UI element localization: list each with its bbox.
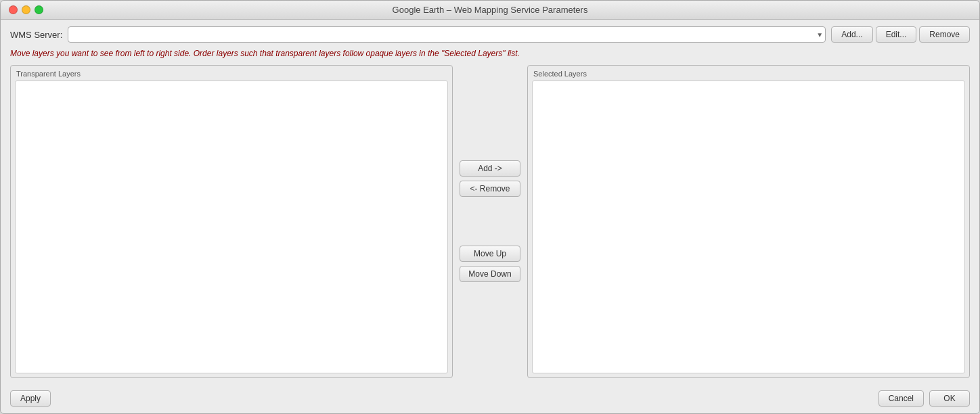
maximize-button[interactable]: [35, 5, 43, 14]
edit-server-button[interactable]: Edit...: [876, 26, 917, 43]
ok-button[interactable]: OK: [929, 390, 970, 407]
server-select-wrapper: ▼: [68, 26, 826, 43]
move-down-button[interactable]: Move Down: [460, 266, 520, 282]
add-layer-button[interactable]: Add ->: [460, 160, 520, 177]
add-server-button[interactable]: Add...: [831, 26, 872, 43]
apply-button[interactable]: Apply: [10, 390, 51, 407]
selected-layers-label: Selected Layers: [532, 70, 965, 78]
remove-server-button[interactable]: Remove: [919, 26, 970, 43]
remove-layer-button[interactable]: <- Remove: [460, 181, 520, 197]
middle-controls: Add -> <- Remove Move Up Move Down: [453, 65, 527, 378]
move-up-button[interactable]: Move Up: [460, 246, 520, 262]
close-button[interactable]: [9, 5, 18, 14]
transparent-layers-label: Transparent Layers: [15, 70, 448, 78]
server-select-box[interactable]: [68, 26, 826, 43]
bottom-left-buttons: Apply: [10, 390, 51, 407]
server-row: WMS Server: ▼ Add... Edit... Remove: [10, 26, 970, 43]
selected-layers-panel: Selected Layers: [527, 65, 970, 378]
server-label: WMS Server:: [10, 30, 62, 40]
main-window: Google Earth – Web Mapping Service Param…: [0, 0, 980, 414]
selected-layers-list[interactable]: [532, 80, 965, 373]
panels-area: Transparent Layers Add -> <- Remove Move…: [10, 65, 970, 378]
main-content: WMS Server: ▼ Add... Edit... Remove Move…: [1, 20, 979, 385]
toolbar-buttons: Add... Edit... Remove: [831, 26, 970, 43]
window-title: Google Earth – Web Mapping Service Param…: [393, 5, 588, 15]
transparent-layers-panel: Transparent Layers: [10, 65, 453, 378]
instruction-text: Move layers you want to see from left to…: [10, 48, 970, 60]
minimize-button[interactable]: [22, 5, 30, 14]
cancel-button[interactable]: Cancel: [878, 390, 924, 407]
bottom-right-buttons: Cancel OK: [878, 390, 970, 407]
bottom-bar: Apply Cancel OK: [1, 385, 979, 413]
traffic-lights: [9, 5, 43, 14]
title-bar: Google Earth – Web Mapping Service Param…: [1, 1, 979, 20]
transparent-layers-list[interactable]: [15, 80, 448, 373]
